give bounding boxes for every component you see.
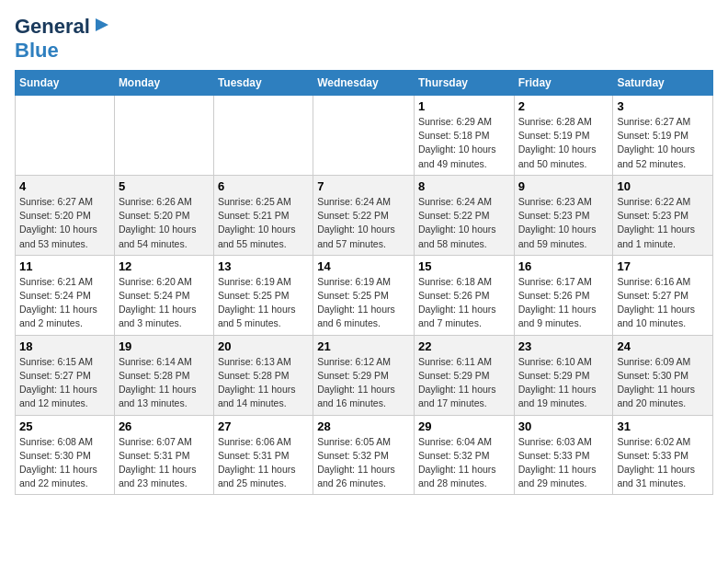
- day-number: 22: [418, 339, 510, 353]
- day-number: 14: [317, 259, 410, 273]
- day-number: 10: [617, 179, 709, 193]
- calendar-week-row: 11Sunrise: 6:21 AMSunset: 5:24 PMDayligh…: [16, 255, 713, 335]
- day-info: Sunrise: 6:22 AMSunset: 5:23 PMDaylight:…: [617, 195, 709, 251]
- day-number: 3: [617, 99, 709, 113]
- logo: General Blue: [15, 15, 112, 63]
- calendar-cell: 5Sunrise: 6:26 AMSunset: 5:20 PMDaylight…: [114, 175, 213, 255]
- calendar-cell: [313, 96, 415, 176]
- calendar-cell: 2Sunrise: 6:28 AMSunset: 5:19 PMDaylight…: [514, 96, 613, 176]
- day-number: 12: [119, 259, 210, 273]
- calendar-week-row: 1Sunrise: 6:29 AMSunset: 5:18 PMDaylight…: [16, 96, 713, 176]
- calendar-cell: 1Sunrise: 6:29 AMSunset: 5:18 PMDaylight…: [414, 96, 514, 176]
- calendar-cell: 16Sunrise: 6:17 AMSunset: 5:26 PMDayligh…: [514, 255, 613, 335]
- day-info: Sunrise: 6:11 AMSunset: 5:29 PMDaylight:…: [418, 355, 510, 411]
- calendar-cell: 13Sunrise: 6:19 AMSunset: 5:25 PMDayligh…: [213, 255, 313, 335]
- day-number: 18: [19, 339, 110, 353]
- day-number: 23: [518, 339, 609, 353]
- col-header-tuesday: Tuesday: [213, 71, 313, 96]
- day-info: Sunrise: 6:21 AMSunset: 5:24 PMDaylight:…: [19, 275, 110, 331]
- calendar-cell: 19Sunrise: 6:14 AMSunset: 5:28 PMDayligh…: [114, 335, 213, 415]
- day-info: Sunrise: 6:14 AMSunset: 5:28 PMDaylight:…: [119, 355, 210, 411]
- calendar-week-row: 18Sunrise: 6:15 AMSunset: 5:27 PMDayligh…: [16, 335, 713, 415]
- calendar-cell: 8Sunrise: 6:24 AMSunset: 5:22 PMDaylight…: [414, 175, 514, 255]
- calendar-cell: 24Sunrise: 6:09 AMSunset: 5:30 PMDayligh…: [613, 335, 713, 415]
- day-number: 25: [19, 419, 110, 433]
- day-info: Sunrise: 6:09 AMSunset: 5:30 PMDaylight:…: [617, 355, 709, 411]
- day-number: 5: [119, 179, 210, 193]
- calendar-cell: 23Sunrise: 6:10 AMSunset: 5:29 PMDayligh…: [514, 335, 613, 415]
- calendar-header-row: SundayMondayTuesdayWednesdayThursdayFrid…: [16, 71, 713, 96]
- calendar-cell: 6Sunrise: 6:25 AMSunset: 5:21 PMDaylight…: [213, 175, 313, 255]
- day-number: 9: [518, 179, 609, 193]
- day-number: 2: [518, 99, 609, 113]
- day-info: Sunrise: 6:10 AMSunset: 5:29 PMDaylight:…: [518, 355, 609, 411]
- day-info: Sunrise: 6:07 AMSunset: 5:31 PMDaylight:…: [119, 435, 210, 491]
- calendar-cell: 28Sunrise: 6:05 AMSunset: 5:32 PMDayligh…: [313, 415, 415, 495]
- calendar-cell: 7Sunrise: 6:24 AMSunset: 5:22 PMDaylight…: [313, 175, 415, 255]
- day-number: 11: [19, 259, 110, 273]
- day-info: Sunrise: 6:17 AMSunset: 5:26 PMDaylight:…: [518, 275, 609, 331]
- day-number: 6: [218, 179, 309, 193]
- calendar-cell: 14Sunrise: 6:19 AMSunset: 5:25 PMDayligh…: [313, 255, 415, 335]
- calendar-cell: 29Sunrise: 6:04 AMSunset: 5:32 PMDayligh…: [414, 415, 514, 495]
- col-header-sunday: Sunday: [16, 71, 115, 96]
- day-info: Sunrise: 6:13 AMSunset: 5:28 PMDaylight:…: [218, 355, 309, 411]
- day-info: Sunrise: 6:20 AMSunset: 5:24 PMDaylight:…: [119, 275, 210, 331]
- calendar-cell: 10Sunrise: 6:22 AMSunset: 5:23 PMDayligh…: [613, 175, 713, 255]
- svg-marker-0: [96, 18, 108, 31]
- calendar-cell: 12Sunrise: 6:20 AMSunset: 5:24 PMDayligh…: [114, 255, 213, 335]
- day-number: 27: [218, 419, 309, 433]
- calendar-cell: [213, 96, 313, 176]
- day-info: Sunrise: 6:02 AMSunset: 5:33 PMDaylight:…: [617, 435, 709, 491]
- calendar-cell: 31Sunrise: 6:02 AMSunset: 5:33 PMDayligh…: [613, 415, 713, 495]
- day-info: Sunrise: 6:25 AMSunset: 5:21 PMDaylight:…: [218, 195, 309, 251]
- day-info: Sunrise: 6:26 AMSunset: 5:20 PMDaylight:…: [119, 195, 210, 251]
- day-info: Sunrise: 6:24 AMSunset: 5:22 PMDaylight:…: [317, 195, 410, 251]
- calendar-cell: 25Sunrise: 6:08 AMSunset: 5:30 PMDayligh…: [16, 415, 115, 495]
- col-header-saturday: Saturday: [613, 71, 713, 96]
- calendar-cell: 3Sunrise: 6:27 AMSunset: 5:19 PMDaylight…: [613, 96, 713, 176]
- day-number: 26: [119, 419, 210, 433]
- day-number: 7: [317, 179, 410, 193]
- col-header-friday: Friday: [514, 71, 613, 96]
- day-number: 24: [617, 339, 709, 353]
- col-header-wednesday: Wednesday: [313, 71, 415, 96]
- calendar-week-row: 25Sunrise: 6:08 AMSunset: 5:30 PMDayligh…: [16, 415, 713, 495]
- calendar-cell: 21Sunrise: 6:12 AMSunset: 5:29 PMDayligh…: [313, 335, 415, 415]
- day-info: Sunrise: 6:24 AMSunset: 5:22 PMDaylight:…: [418, 195, 510, 251]
- day-number: 31: [617, 419, 709, 433]
- day-info: Sunrise: 6:27 AMSunset: 5:19 PMDaylight:…: [617, 115, 709, 171]
- calendar-cell: 30Sunrise: 6:03 AMSunset: 5:33 PMDayligh…: [514, 415, 613, 495]
- calendar-table: SundayMondayTuesdayWednesdayThursdayFrid…: [15, 70, 713, 495]
- day-number: 29: [418, 419, 510, 433]
- logo-general: General: [15, 15, 90, 39]
- day-info: Sunrise: 6:16 AMSunset: 5:27 PMDaylight:…: [617, 275, 709, 331]
- calendar-cell: 18Sunrise: 6:15 AMSunset: 5:27 PMDayligh…: [16, 335, 115, 415]
- header: General Blue: [15, 15, 713, 63]
- day-info: Sunrise: 6:12 AMSunset: 5:29 PMDaylight:…: [317, 355, 410, 411]
- day-info: Sunrise: 6:19 AMSunset: 5:25 PMDaylight:…: [218, 275, 309, 331]
- day-number: 30: [518, 419, 609, 433]
- day-info: Sunrise: 6:28 AMSunset: 5:19 PMDaylight:…: [518, 115, 609, 171]
- day-info: Sunrise: 6:04 AMSunset: 5:32 PMDaylight:…: [418, 435, 510, 491]
- day-info: Sunrise: 6:23 AMSunset: 5:23 PMDaylight:…: [518, 195, 609, 251]
- day-number: 19: [119, 339, 210, 353]
- calendar-cell: 22Sunrise: 6:11 AMSunset: 5:29 PMDayligh…: [414, 335, 514, 415]
- calendar-cell: 27Sunrise: 6:06 AMSunset: 5:31 PMDayligh…: [213, 415, 313, 495]
- calendar-cell: 20Sunrise: 6:13 AMSunset: 5:28 PMDayligh…: [213, 335, 313, 415]
- day-number: 1: [418, 99, 510, 113]
- calendar-cell: 15Sunrise: 6:18 AMSunset: 5:26 PMDayligh…: [414, 255, 514, 335]
- day-number: 15: [418, 259, 510, 273]
- calendar-cell: 17Sunrise: 6:16 AMSunset: 5:27 PMDayligh…: [613, 255, 713, 335]
- day-info: Sunrise: 6:08 AMSunset: 5:30 PMDaylight:…: [19, 435, 110, 491]
- day-number: 4: [19, 179, 110, 193]
- day-info: Sunrise: 6:27 AMSunset: 5:20 PMDaylight:…: [19, 195, 110, 251]
- day-info: Sunrise: 6:05 AMSunset: 5:32 PMDaylight:…: [317, 435, 410, 491]
- day-number: 8: [418, 179, 510, 193]
- day-number: 16: [518, 259, 609, 273]
- calendar-cell: 9Sunrise: 6:23 AMSunset: 5:23 PMDaylight…: [514, 175, 613, 255]
- calendar-cell: [114, 96, 213, 176]
- col-header-monday: Monday: [114, 71, 213, 96]
- day-number: 13: [218, 259, 309, 273]
- col-header-thursday: Thursday: [414, 71, 514, 96]
